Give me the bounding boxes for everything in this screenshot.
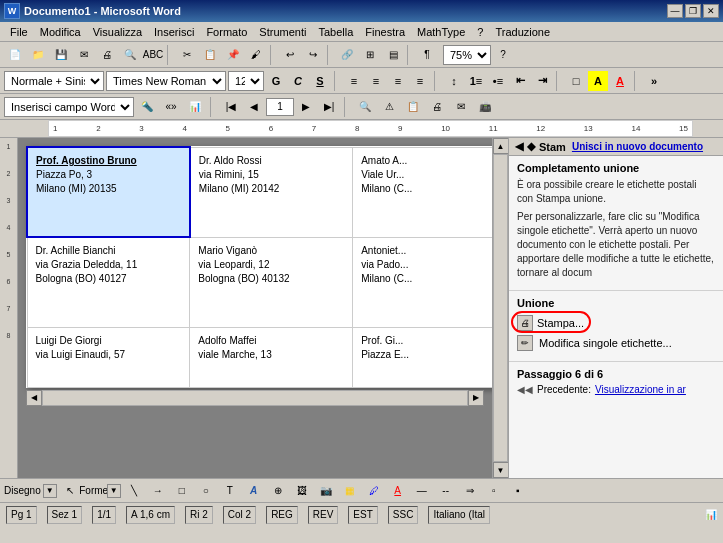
- label-cell-3-3[interactable]: Prof. Gi... Piazza E...: [353, 327, 492, 387]
- scroll-left[interactable]: ◀: [26, 390, 42, 406]
- scroll-up[interactable]: ▲: [493, 138, 509, 154]
- check-errors[interactable]: ⚠: [378, 96, 400, 118]
- rect-tool[interactable]: □: [171, 480, 193, 502]
- label-cell-2-3[interactable]: Antoniet... via Pado... Milano (C...: [353, 237, 492, 327]
- menu-traduzione[interactable]: Traduzione: [489, 24, 556, 40]
- insert-picture[interactable]: 📷: [315, 480, 337, 502]
- arrow-style[interactable]: ⇒: [459, 480, 481, 502]
- insert-clipart[interactable]: 🖼: [291, 480, 313, 502]
- cut-button[interactable]: ✂: [176, 44, 198, 66]
- line-tool[interactable]: ╲: [123, 480, 145, 502]
- redo-button[interactable]: ↪: [302, 44, 324, 66]
- table-button[interactable]: ⊞: [359, 44, 381, 66]
- zoom-select[interactable]: 75%: [443, 45, 491, 65]
- label-cell-1-2[interactable]: Dr. Aldo Rossi via Rimini, 15 Milano (MI…: [190, 147, 353, 237]
- arrow-tool[interactable]: →: [147, 480, 169, 502]
- h-scroll-track[interactable]: [42, 390, 468, 406]
- align-justify[interactable]: ≡: [410, 71, 430, 91]
- bold-button[interactable]: G: [266, 71, 286, 91]
- close-button[interactable]: ✕: [703, 4, 719, 18]
- restore-button[interactable]: ❐: [685, 4, 701, 18]
- scroll-down[interactable]: ▼: [493, 462, 509, 478]
- email-button[interactable]: ✉: [73, 44, 95, 66]
- forme-dropdown[interactable]: ▼: [107, 484, 121, 498]
- numbering[interactable]: 1≡: [466, 71, 486, 91]
- autoshapes-btn[interactable]: Forme: [83, 480, 105, 502]
- new-button[interactable]: 📄: [4, 44, 26, 66]
- bullets[interactable]: •≡: [488, 71, 508, 91]
- menu-formato[interactable]: Formato: [200, 24, 253, 40]
- next-record[interactable]: ▶: [295, 96, 317, 118]
- line-color[interactable]: 🖊: [363, 480, 385, 502]
- label-cell-3-1[interactable]: Luigi De Giorgi via Luigi Einaudi, 57: [27, 327, 190, 387]
- show-formatting[interactable]: ¶: [416, 44, 438, 66]
- prev-record[interactable]: ◀: [243, 96, 265, 118]
- style-select[interactable]: Normale + Sinistr: [4, 71, 104, 91]
- align-center[interactable]: ≡: [366, 71, 386, 91]
- shadow-style[interactable]: ▫: [483, 480, 505, 502]
- menu-file[interactable]: File: [4, 24, 34, 40]
- label-cell-1-3[interactable]: Amato A... Viale Ur... Milano (C...: [353, 147, 492, 237]
- outside-border[interactable]: □: [566, 71, 586, 91]
- menu-modifica[interactable]: Modifica: [34, 24, 87, 40]
- label-cell-2-1[interactable]: Dr. Achille Bianchi via Grazia Deledda, …: [27, 237, 190, 327]
- textbox-tool[interactable]: T: [219, 480, 241, 502]
- line-spacing[interactable]: ↕: [444, 71, 464, 91]
- mm-highlight[interactable]: 🔦: [136, 96, 158, 118]
- menu-tabella[interactable]: Tabella: [312, 24, 359, 40]
- merge-to-new[interactable]: 📋: [402, 96, 424, 118]
- stampa-button[interactable]: 🖨 Stampa...: [517, 315, 715, 331]
- label-cell-3-2[interactable]: Adolfo Maffei viale Marche, 13: [190, 327, 353, 387]
- copy-button[interactable]: 📋: [199, 44, 221, 66]
- scroll-track[interactable]: [493, 154, 508, 462]
- print-button[interactable]: 🖨: [96, 44, 118, 66]
- menu-finestra[interactable]: Finestra: [359, 24, 411, 40]
- menu-strumenti[interactable]: Strumenti: [253, 24, 312, 40]
- line-style[interactable]: —: [411, 480, 433, 502]
- hyperlink-button[interactable]: 🔗: [336, 44, 358, 66]
- label-cell-1-1[interactable]: Prof. Agostino Bruno Piazza Po, 3 Milano…: [27, 147, 190, 237]
- italic-button[interactable]: C: [288, 71, 308, 91]
- scroll-right[interactable]: ▶: [468, 390, 484, 406]
- more-options[interactable]: »: [644, 71, 664, 91]
- preview-button[interactable]: 🔍: [119, 44, 141, 66]
- disegno-dropdown[interactable]: ▼: [43, 484, 57, 498]
- menu-mathtype[interactable]: MathType: [411, 24, 471, 40]
- highlight[interactable]: A: [588, 71, 608, 91]
- label-cell-2-2[interactable]: Mario Viganò via Leopardi, 12 Bologna (B…: [190, 237, 353, 327]
- insert-field-select[interactable]: Inserisci campo Word: [4, 97, 134, 117]
- mm-view-data[interactable]: 📊: [184, 96, 206, 118]
- merge-to-printer[interactable]: 🖨: [426, 96, 448, 118]
- font-color[interactable]: A: [610, 71, 630, 91]
- font-color-draw[interactable]: A: [387, 480, 409, 502]
- merge-to-fax[interactable]: 📠: [474, 96, 496, 118]
- format-painter[interactable]: 🖌: [245, 44, 267, 66]
- nav-back[interactable]: ◀: [515, 140, 523, 153]
- minimize-button[interactable]: —: [667, 4, 683, 18]
- header-link[interactable]: Unisci in nuovo documento: [572, 141, 703, 152]
- underline-button[interactable]: S: [310, 71, 330, 91]
- paste-button[interactable]: 📌: [222, 44, 244, 66]
- increase-indent[interactable]: ⇥: [532, 71, 552, 91]
- find-entry[interactable]: 🔍: [354, 96, 376, 118]
- menu-visualizza[interactable]: Visualizza: [87, 24, 148, 40]
- align-left[interactable]: ≡: [344, 71, 364, 91]
- last-record[interactable]: ▶|: [318, 96, 340, 118]
- wordart-tool[interactable]: A: [243, 480, 265, 502]
- mm-view-codes[interactable]: «»: [160, 96, 182, 118]
- open-button[interactable]: 📁: [27, 44, 49, 66]
- dash-style[interactable]: --: [435, 480, 457, 502]
- insert-diagram[interactable]: ⊕: [267, 480, 289, 502]
- menu-inserisci[interactable]: Inserisci: [148, 24, 200, 40]
- cursor-tool[interactable]: ↖: [59, 480, 81, 502]
- align-right[interactable]: ≡: [388, 71, 408, 91]
- fill-color[interactable]: ▦: [339, 480, 361, 502]
- spelling-button[interactable]: ABC: [142, 44, 164, 66]
- merge-to-email[interactable]: ✉: [450, 96, 472, 118]
- prev-arrow[interactable]: ◀◀: [517, 384, 533, 395]
- menu-help[interactable]: ?: [471, 24, 489, 40]
- zoom-help[interactable]: ?: [492, 44, 514, 66]
- record-number[interactable]: 1: [266, 98, 294, 116]
- oval-tool[interactable]: ○: [195, 480, 217, 502]
- first-record[interactable]: |◀: [220, 96, 242, 118]
